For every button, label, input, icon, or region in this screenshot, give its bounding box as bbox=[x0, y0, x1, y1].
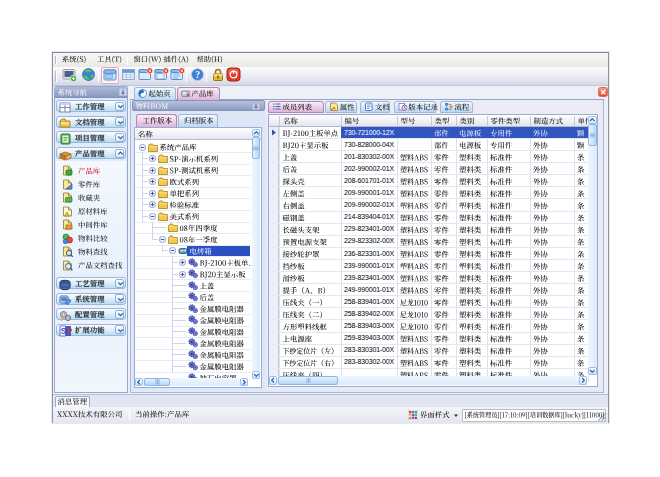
svg-text:?: ? bbox=[195, 70, 200, 80]
svg-text:P: P bbox=[66, 326, 72, 336]
